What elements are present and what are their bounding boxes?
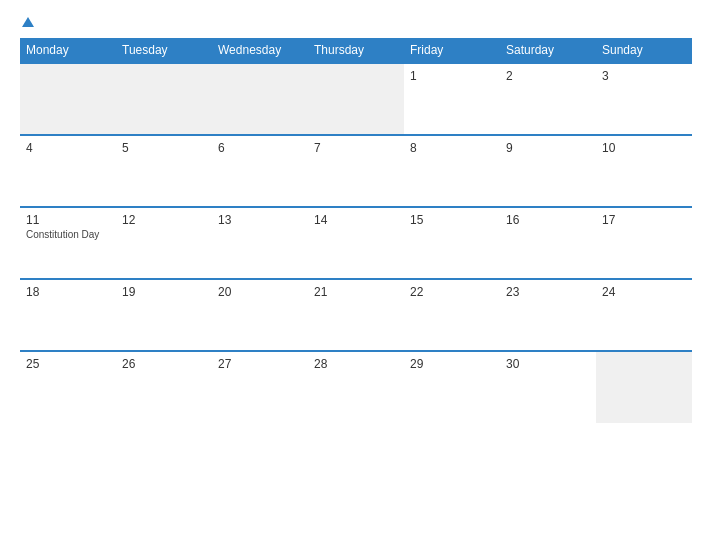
calendar-page: MondayTuesdayWednesdayThursdayFridaySatu… xyxy=(0,0,712,550)
calendar-day-cell: 4 xyxy=(20,135,116,207)
day-event: Constitution Day xyxy=(26,229,110,240)
day-number: 13 xyxy=(218,213,302,227)
calendar-week-row: 252627282930 xyxy=(20,351,692,423)
logo-triangle-icon xyxy=(22,17,34,27)
calendar-day-cell: 19 xyxy=(116,279,212,351)
calendar-day-cell: 25 xyxy=(20,351,116,423)
calendar-day-cell: 26 xyxy=(116,351,212,423)
day-number: 20 xyxy=(218,285,302,299)
calendar-day-cell: 8 xyxy=(404,135,500,207)
day-number: 11 xyxy=(26,213,110,227)
calendar-day-cell: 24 xyxy=(596,279,692,351)
calendar-day-cell xyxy=(596,351,692,423)
calendar-day-cell: 9 xyxy=(500,135,596,207)
calendar-week-row: 18192021222324 xyxy=(20,279,692,351)
weekday-header-wednesday: Wednesday xyxy=(212,38,308,63)
calendar-day-cell xyxy=(308,63,404,135)
weekday-header-friday: Friday xyxy=(404,38,500,63)
calendar-day-cell: 11Constitution Day xyxy=(20,207,116,279)
calendar-day-cell: 28 xyxy=(308,351,404,423)
day-number: 22 xyxy=(410,285,494,299)
calendar-day-cell: 17 xyxy=(596,207,692,279)
day-number: 29 xyxy=(410,357,494,371)
day-number: 8 xyxy=(410,141,494,155)
calendar-day-cell: 15 xyxy=(404,207,500,279)
day-number: 21 xyxy=(314,285,398,299)
calendar-day-cell: 22 xyxy=(404,279,500,351)
logo xyxy=(20,18,34,28)
calendar-day-cell: 1 xyxy=(404,63,500,135)
weekday-header-monday: Monday xyxy=(20,38,116,63)
day-number: 28 xyxy=(314,357,398,371)
day-number: 10 xyxy=(602,141,686,155)
day-number: 15 xyxy=(410,213,494,227)
calendar-day-cell xyxy=(212,63,308,135)
day-number: 24 xyxy=(602,285,686,299)
day-number: 1 xyxy=(410,69,494,83)
calendar-day-cell: 3 xyxy=(596,63,692,135)
calendar-day-cell xyxy=(20,63,116,135)
day-number: 4 xyxy=(26,141,110,155)
day-number: 27 xyxy=(218,357,302,371)
weekday-header-row: MondayTuesdayWednesdayThursdayFridaySatu… xyxy=(20,38,692,63)
day-number: 9 xyxy=(506,141,590,155)
day-number: 7 xyxy=(314,141,398,155)
day-number: 14 xyxy=(314,213,398,227)
day-number: 17 xyxy=(602,213,686,227)
calendar-day-cell: 20 xyxy=(212,279,308,351)
day-number: 19 xyxy=(122,285,206,299)
calendar-week-row: 11Constitution Day121314151617 xyxy=(20,207,692,279)
weekday-header-saturday: Saturday xyxy=(500,38,596,63)
day-number: 16 xyxy=(506,213,590,227)
calendar-day-cell xyxy=(116,63,212,135)
day-number: 18 xyxy=(26,285,110,299)
day-number: 12 xyxy=(122,213,206,227)
day-number: 25 xyxy=(26,357,110,371)
day-number: 2 xyxy=(506,69,590,83)
day-number: 3 xyxy=(602,69,686,83)
calendar-day-cell: 21 xyxy=(308,279,404,351)
calendar-day-cell: 29 xyxy=(404,351,500,423)
calendar-day-cell: 30 xyxy=(500,351,596,423)
calendar-day-cell: 18 xyxy=(20,279,116,351)
day-number: 23 xyxy=(506,285,590,299)
calendar-table: MondayTuesdayWednesdayThursdayFridaySatu… xyxy=(20,38,692,423)
day-number: 5 xyxy=(122,141,206,155)
calendar-day-cell: 5 xyxy=(116,135,212,207)
weekday-header-tuesday: Tuesday xyxy=(116,38,212,63)
calendar-header xyxy=(20,18,692,28)
calendar-day-cell: 16 xyxy=(500,207,596,279)
day-number: 6 xyxy=(218,141,302,155)
calendar-day-cell: 10 xyxy=(596,135,692,207)
calendar-day-cell: 2 xyxy=(500,63,596,135)
calendar-day-cell: 6 xyxy=(212,135,308,207)
day-number: 30 xyxy=(506,357,590,371)
calendar-week-row: 123 xyxy=(20,63,692,135)
calendar-day-cell: 27 xyxy=(212,351,308,423)
calendar-day-cell: 14 xyxy=(308,207,404,279)
calendar-week-row: 45678910 xyxy=(20,135,692,207)
calendar-day-cell: 12 xyxy=(116,207,212,279)
calendar-day-cell: 7 xyxy=(308,135,404,207)
day-number: 26 xyxy=(122,357,206,371)
calendar-day-cell: 13 xyxy=(212,207,308,279)
weekday-header-sunday: Sunday xyxy=(596,38,692,63)
calendar-day-cell: 23 xyxy=(500,279,596,351)
weekday-header-thursday: Thursday xyxy=(308,38,404,63)
